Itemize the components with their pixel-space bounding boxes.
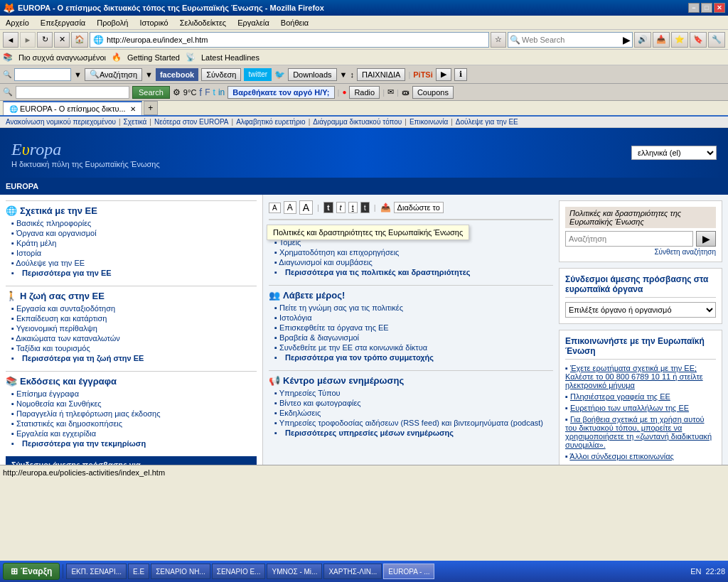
dropdown-arrow[interactable]: ▼ — [74, 70, 82, 79]
link-rss[interactable]: Υπηρεσίες τροφοδοσίας αιδήσεων (RSS feed… — [279, 419, 543, 427]
downloads-dropdown[interactable]: ▼ — [340, 70, 348, 79]
start-button[interactable]: ⊞ Έναρξη — [3, 563, 60, 580]
address-input[interactable] — [107, 36, 486, 44]
forward-button[interactable]: ► — [20, 32, 36, 48]
tab-close[interactable]: ✕ — [130, 105, 136, 113]
topnav-contact[interactable]: Επικοινωνία — [410, 118, 448, 126]
link-blogs[interactable]: Ιστολόγια — [279, 313, 312, 322]
link-order[interactable]: Παραγγελία ή τηλεφόρτωση μιας έκδοσης — [16, 409, 161, 418]
link-more-docs[interactable]: Περισσότερα για την τεκμηρίωση — [22, 439, 146, 448]
link-events[interactable]: Εκδηλώσεις — [279, 409, 321, 417]
contact-link-2[interactable]: Πλησιέστερα γραφεία της ΕΕ — [570, 392, 670, 401]
reload-button[interactable]: ↻ — [37, 32, 53, 48]
menu-history[interactable]: Ιστορικό — [136, 17, 171, 28]
link-tools[interactable]: Εργαλεία και εγχειρίδια — [16, 429, 96, 438]
link-awards[interactable]: Βραβεία & διαγωνισμοί — [279, 333, 359, 342]
link-more-participate[interactable]: Περισσότερα για τον τρόπο συμμετοχής — [285, 353, 434, 362]
menu-view[interactable]: Προβολή — [94, 17, 131, 28]
language-selector[interactable]: ελληνικά (el) — [631, 146, 717, 160]
getting-started-bookmark[interactable]: Getting Started — [127, 53, 180, 62]
link-social[interactable]: Συνδεθείτε με την ΕΕ στα κοινωνικά δίκτυ… — [279, 343, 427, 352]
media-link[interactable]: Κέντρο μέσων ενημέρωσης — [283, 375, 404, 386]
link-more-policies[interactable]: Περισσότερα για τις πολιτικές και δραστη… — [285, 268, 471, 276]
link-history[interactable]: Ιστορία — [16, 249, 41, 257]
topnav-legal[interactable]: Ανακοίνωση νομικού περιεχομένου — [6, 118, 116, 126]
nav-extra3[interactable]: 🔖 — [690, 32, 707, 48]
participate-link[interactable]: Λάβετε μέρος! — [283, 290, 345, 301]
topnav-about[interactable]: Σχετικά — [124, 118, 147, 126]
link-organs[interactable]: Όργανα και οργανισμοί — [16, 229, 97, 237]
organ-select[interactable]: Επιλέξτε όργανο ή οργανισμό — [565, 302, 716, 318]
link-education[interactable]: Εκπαίδευση και κατάρτιση — [16, 314, 107, 323]
link-opinion[interactable]: Πείτε τη γνώμη σας για τις πολιτικές — [279, 303, 403, 312]
topnav-sitemap[interactable]: Διάγραμμα δικτυακού τόπου — [313, 118, 402, 126]
home-button[interactable]: 🏠 — [71, 32, 88, 48]
link-member-states[interactable]: Κράτη μέλη — [16, 239, 56, 247]
taskbar-btn-0[interactable]: ΕΚΠ. ΣΕΝΑΡΙ... — [66, 564, 127, 579]
link-travel[interactable]: Ταξίδια και τουρισμός — [16, 344, 90, 352]
taskbar-btn-4[interactable]: ΥΜΝΟΣ - Μi... — [267, 564, 322, 579]
link-work-eu[interactable]: Δούλεψε για την ΕΕ — [16, 259, 85, 267]
toolbar3-search-input[interactable] — [16, 86, 129, 99]
link-press[interactable]: Υπηρεσίες Τύπου — [279, 389, 341, 397]
taskbar-btn-1[interactable]: Ε.Ε — [128, 564, 149, 579]
link-statistics[interactable]: Στατιστικές και δημοσκοπήσεις — [16, 419, 122, 428]
link-tenders[interactable]: Διαγωνισμοί και συμβάσεις — [279, 258, 372, 266]
section-pub-link[interactable]: Εκδόσεις και έγγραφα — [20, 376, 117, 387]
link-healthcare[interactable]: Υγειονομική περίθαλψη — [16, 324, 97, 333]
link-visit-organs[interactable]: Επισκεφθείτε τα όργανα της ΕΕ — [279, 323, 389, 332]
section-about-link[interactable]: Σχετικά με την ΕΕ — [20, 205, 97, 216]
nav-extra4[interactable]: 🔧 — [708, 32, 725, 48]
nav-extra1[interactable]: 📥 — [653, 32, 670, 48]
text-style-t3[interactable]: t — [348, 202, 358, 213]
link-official-docs[interactable]: Επίσημα έγγραφα — [16, 389, 79, 398]
font-medium-button[interactable]: A — [284, 201, 296, 214]
link-consumer-rights[interactable]: Δικαιώματα των καταναλωτών — [16, 334, 119, 343]
varthike-button[interactable]: Βαρεθήκατε τον αργό Η/Υ; — [228, 86, 334, 99]
advanced-search-link[interactable]: Σύνθετη αναζήτηση — [565, 248, 716, 256]
search-input[interactable] — [522, 36, 621, 44]
taskbar-btn-5[interactable]: ΧΑΡΤΗΣ-ΛΙΝ... — [323, 564, 382, 579]
link-more-eu[interactable]: Περισσότερα για την ΕΕ — [22, 269, 112, 277]
text-style-t2[interactable]: t — [336, 202, 346, 213]
topnav-news[interactable]: Νεότερα στον EUROPA — [154, 118, 229, 126]
contact-link-4[interactable]: Για βοήθεια σχετικά με τη χρήση αυτού το… — [565, 415, 712, 449]
link-work-pension[interactable]: Εργασία και συνταξιοδότηση — [16, 304, 115, 313]
menu-bookmarks[interactable]: Σελιδοδείκτες — [177, 17, 229, 28]
search-go-icon[interactable]: ▶ — [623, 34, 631, 45]
contact-link-1[interactable]: Έχετε ερωτήματα σχετικά με την ΕΕ; Καλέσ… — [565, 364, 703, 389]
stop-button[interactable]: ✕ — [54, 32, 70, 48]
toolbar2-input[interactable] — [14, 68, 71, 81]
link-video[interactable]: Βίντεο και φωτογραφίες — [279, 399, 361, 407]
new-tab-button[interactable]: + — [144, 101, 158, 115]
contact-link-3[interactable]: Ευρετήριο των υπαλλήλων της ΕΕ — [570, 404, 689, 412]
link-basic-info[interactable]: Βασικές πληροφορίες — [16, 219, 91, 227]
search-dropdown[interactable]: ▼ — [145, 70, 153, 79]
link-more-life[interactable]: Περισσότερα για τη ζωή στην ΕΕ — [22, 354, 144, 362]
radio-button[interactable]: Radio — [349, 86, 380, 99]
info-button[interactable]: ℹ — [454, 68, 467, 81]
menu-file[interactable]: Αρχείο — [3, 17, 32, 28]
search-green-button[interactable]: Search — [132, 86, 170, 99]
font-small-button[interactable]: A — [269, 203, 281, 213]
maximize-button[interactable]: □ — [701, 3, 712, 13]
link-legislation[interactable]: Νομοθεσία και Συνθήκες — [16, 399, 102, 408]
menu-edit[interactable]: Επεξεργασία — [38, 17, 88, 28]
syndesmos-button[interactable]: Σύνδεση — [201, 68, 241, 81]
downloads-button[interactable]: Downloads — [288, 68, 336, 81]
main-tab[interactable]: 🌐 EUROPA - Ο επίσημος δικτυ... ✕ — [3, 101, 142, 115]
topnav-work[interactable]: Δούλεψε για την ΕΕ — [456, 118, 518, 126]
search-button[interactable]: 🔍 Αναζήτηση — [85, 68, 142, 81]
close-button[interactable]: ✕ — [714, 3, 725, 13]
most-visited-bookmark[interactable]: Πιο συχνά αναγνωσμένοι — [18, 53, 106, 62]
menu-tools[interactable]: Εργαλεία — [235, 17, 272, 28]
taskbar-btn-3[interactable]: ΣΕΝΑΡΙΟ Ε... — [212, 564, 266, 579]
twitter-button[interactable]: twitter — [244, 68, 272, 81]
text-style-t1[interactable]: t — [323, 202, 333, 213]
taskbar-btn-2[interactable]: ΣΕΝΑΡΙΟ ΝΗ... — [151, 564, 210, 579]
media-button[interactable]: 🔊 — [634, 32, 651, 48]
minimize-button[interactable]: − — [688, 3, 700, 13]
play-button[interactable]: ▶ — [436, 68, 451, 81]
text-style-t4[interactable]: t — [360, 202, 370, 213]
share-button[interactable]: Διαδώστε το — [394, 202, 444, 213]
